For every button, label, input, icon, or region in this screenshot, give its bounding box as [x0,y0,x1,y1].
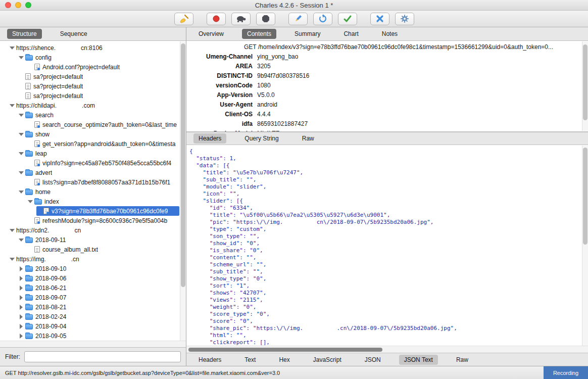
filter-input[interactable] [24,351,181,362]
tree-row[interactable]: sa?project=default [18,91,179,101]
tree-row[interactable]: config [18,53,179,62]
disclosure-triangle[interactable] [18,187,25,197]
clear-session-button[interactable] [174,13,193,25]
tree-row[interactable]: leap [18,149,179,158]
tree-row[interactable]: 2018-09-10 [18,264,179,273]
tab-chart[interactable]: Chart [338,29,363,39]
compose-button[interactable] [288,13,308,25]
tree-row[interactable]: index [27,197,179,206]
disclosure-triangle[interactable] [18,273,25,283]
repeat-button[interactable] [313,13,332,25]
tab-headers[interactable]: Headers [193,355,226,365]
tree-row[interactable]: show [18,129,179,139]
tree-row[interactable]: 2018-08-21 [18,302,179,312]
tree-row[interactable]: refreshModule?sign=8c600c936c79e5f5a004b [27,216,179,225]
disclosure-triangle[interactable] [18,129,25,139]
breakpoints-button[interactable] [256,13,275,25]
tab-hex[interactable]: Hex [274,355,295,365]
tree-row[interactable]: https://shence.cn:8106 [9,43,179,53]
tree-label: 2018-09-05 [35,333,66,340]
disclosure-triangle[interactable] [18,293,25,302]
disclosure-triangle[interactable] [18,264,25,273]
tree-row[interactable]: https://img..cn [9,254,179,264]
tree-label: https://shence. [16,44,56,52]
response-scrollbar[interactable] [582,146,588,346]
tree-row[interactable]: https://cdn2.cn [9,225,179,235]
tree-row[interactable]: 2018-06-21 [18,283,179,293]
tab-notes[interactable]: Notes [377,29,403,39]
tab-text[interactable]: Text [239,355,261,365]
tree-h-scrollbar[interactable] [0,341,186,347]
disclosure-triangle[interactable] [27,197,34,206]
tree-row[interactable]: advert [18,168,179,177]
tree-row[interactable]: 2018-09-07 [18,293,179,302]
tree-scrollbar[interactable] [180,41,186,341]
disclosure-triangle[interactable] [9,225,16,235]
tab-javascript[interactable]: JavaScript [308,355,347,365]
tree-row[interactable]: lists?sign=ab7dbef8f8088057aa371d1b15b76… [27,177,179,187]
tree-row[interactable]: 2018-09-04 [18,321,179,331]
tree-row[interactable]: get_version?app=android&auth_token=0&tim… [27,139,179,149]
throttle-button[interactable] [231,13,251,25]
disclosure-triangle[interactable] [18,168,25,177]
tab-summary[interactable]: Summary [289,29,325,39]
disclosure-triangle[interactable] [18,149,25,158]
disclosure-triangle[interactable] [9,101,16,110]
folder-icon [25,113,33,118]
settings-button[interactable] [395,13,414,25]
close-button[interactable] [5,2,11,8]
response-h-scrollbar[interactable] [186,346,588,353]
disclosure-triangle[interactable] [18,312,25,321]
disclosure-triangle[interactable] [9,254,16,264]
validate-button[interactable] [338,13,357,25]
tree-row[interactable]: 2018-02-24 [18,312,179,321]
tree-row[interactable]: 2018-09-05 [18,331,179,341]
tree-row[interactable]: course_album_all.txt [27,245,179,254]
record-button[interactable] [207,13,226,25]
tree-row[interactable]: sa?project=default [18,72,179,81]
tab-raw[interactable]: Raw [451,355,473,365]
response-scrollbar-thumb[interactable] [583,148,587,245]
disclosure-triangle[interactable] [18,235,25,245]
json-line: "id": "6334", [189,205,581,212]
disclosure-triangle[interactable] [18,283,25,293]
response-h-scrollbar-thumb[interactable] [188,348,382,352]
disclosure-triangle[interactable] [18,331,25,341]
tree-row[interactable]: sa?project=default [18,81,179,91]
disclosure-triangle[interactable] [9,43,16,53]
disclosure-triangle[interactable] [18,302,25,312]
tab-sequence[interactable]: Sequence [55,29,92,39]
tree-row[interactable]: https://childapi..com [9,101,179,110]
request-header-row: versionCode1080 [186,81,588,90]
tab-query-string[interactable]: Query String [239,133,283,144]
tree-row[interactable]: home [18,187,179,197]
tab-json[interactable]: JSON [360,355,386,365]
minimize-button[interactable] [15,2,21,8]
tab-headers[interactable]: Headers [193,133,226,144]
response-pane: { "status": 1, "data": [{ "title": "\u5e… [186,145,588,353]
tree-row[interactable]: Android.conf?project=default [27,62,179,72]
tab-raw[interactable]: Raw [297,133,319,144]
tab-contents[interactable]: Contents [242,29,276,39]
disclosure-triangle[interactable] [18,110,25,120]
tree-row[interactable]: search [18,110,179,120]
tab-overview[interactable]: Overview [193,29,229,39]
tree-scrollbar-thumb[interactable] [181,43,185,287]
tab-json-text[interactable]: JSON Text [399,355,438,365]
request-scrollbar-thumb[interactable] [583,44,587,120]
tree-label: leap [35,150,47,157]
tree-label: vipInfo?sign=ec45a87eb5750f485e5cca55bc6… [42,160,171,167]
request-scrollbar[interactable] [582,41,588,131]
zoom-button[interactable] [25,2,31,8]
disclosure-triangle[interactable] [18,53,25,62]
tools-button[interactable] [370,13,389,25]
recording-badge[interactable]: Recording [544,366,588,379]
tree-row[interactable]: 2018-09-11 [18,235,179,245]
tree-row[interactable]: vipInfo?sign=ec45a87eb5750f485e5cca55bc6… [27,158,179,168]
tree-row[interactable]: 2018-09-06 [18,273,179,283]
main-split: StructureSequence https://shence.cn:8106… [0,27,588,366]
tab-structure[interactable]: Structure [7,29,42,39]
disclosure-triangle[interactable] [18,321,25,331]
tree-row[interactable]: search_course_optimize?auth_token=0&last… [27,120,179,129]
tree-row[interactable]: v3?sign=e78b3ffd76bae70b0961c96dc0fe9 [36,206,179,216]
